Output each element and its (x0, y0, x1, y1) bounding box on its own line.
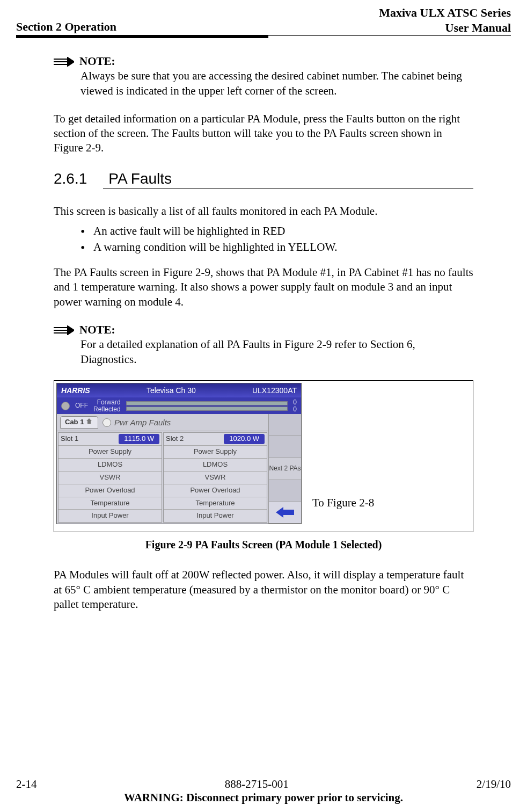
device-model: ULX12300AT (252, 386, 297, 395)
fault-row: VSWR (164, 471, 267, 484)
page-header: Section 2 Operation Maxiva ULX ATSC Seri… (16, 0, 511, 35)
side-button-next-pas[interactable]: Next 2 PAs (269, 458, 301, 480)
series-title: Maxiva ULX ATSC Series (379, 5, 511, 20)
fault-row: Temperature (164, 497, 267, 510)
slot-panel-1: Slot 1 1115.0 W Power Supply LDMOS VSWR … (58, 432, 162, 523)
page-footer: 2-14 888-2715-001 2/19/10 WARNING: Disco… (16, 778, 511, 804)
status-lamp-icon (61, 402, 70, 410)
forward-value: 0 (293, 399, 297, 406)
fault-row: LDMOS (58, 458, 162, 471)
back-arrow-icon (276, 507, 294, 518)
document-number: 888-2715-001 (225, 778, 289, 791)
doc-title-block: Maxiva ULX ATSC Series User Manual (379, 5, 511, 35)
label-forward: Forward (93, 399, 121, 406)
fault-row: Power Supply (164, 445, 267, 458)
note-arrow-icon (54, 325, 74, 335)
slot-title: Slot 1 (61, 434, 78, 444)
side-button-blank[interactable] (269, 436, 301, 458)
page-number: 2-14 (16, 778, 37, 791)
forward-bar (126, 401, 288, 405)
slot-power-value: 1115.0 W (119, 434, 159, 444)
note-label: NOTE: (79, 323, 115, 337)
figure-side-label: To Figure 2-8 (312, 496, 374, 524)
side-button-blank[interactable] (269, 414, 301, 436)
fault-row: Power Overload (58, 484, 162, 497)
device-statusbar: OFF Forward Reflected 0 0 (57, 397, 301, 414)
svg-marker-7 (68, 326, 74, 335)
paragraph-thresholds: PA Modules will fault off at 200W reflec… (54, 568, 473, 612)
note-label: NOTE: (79, 54, 115, 69)
note-block-1: NOTE: Always be sure that you are access… (54, 54, 473, 98)
reflected-bar (126, 407, 288, 411)
side-button-blank[interactable] (269, 480, 301, 502)
svg-marker-3 (68, 57, 74, 66)
vendor-logo: HARRIS (61, 386, 90, 395)
device-channel: Televisa Ch 30 (147, 386, 196, 395)
figure-container: HARRIS Televisa Ch 30 ULX12300AT OFF For… (54, 380, 473, 533)
device-screenshot: HARRIS Televisa Ch 30 ULX12300AT OFF For… (56, 383, 302, 525)
footer-warning: WARNING: Disconnect primary power prior … (16, 791, 511, 804)
fault-row: Temperature (58, 497, 162, 510)
slot-title: Slot 2 (166, 434, 184, 444)
side-button-back[interactable] (269, 502, 301, 524)
bullet-item: A warning condition will be highlighted … (80, 240, 473, 255)
status-off: OFF (75, 402, 88, 410)
screen-title: Pwr Amp Faults (103, 417, 171, 428)
subsection-title: PA Faults (108, 169, 172, 189)
refresh-icon (103, 418, 111, 427)
label-reflected: Reflected (93, 406, 121, 413)
fault-row: Input Power (58, 509, 162, 522)
reflected-value: 0 (293, 406, 297, 413)
subsection-number: 2.6.1 (54, 169, 87, 189)
slot-power-value: 1020.0 W (224, 434, 265, 444)
fault-row: VSWR (58, 471, 162, 484)
paragraph-intro: To get detailed information on a particu… (54, 112, 473, 156)
paragraph-desc: This screen is basically a list of all f… (54, 204, 473, 219)
svg-marker-9 (276, 507, 294, 518)
device-titlebar: HARRIS Televisa Ch 30 ULX12300AT (57, 383, 301, 397)
svg-marker-8 (86, 418, 92, 424)
device-sidebar: Next 2 PAs (268, 414, 301, 524)
cabinet-tab[interactable]: Cab 1 (60, 416, 98, 429)
fault-row: Power Supply (58, 445, 162, 458)
fault-row: LDMOS (164, 458, 267, 471)
document-date: 2/19/10 (477, 778, 511, 791)
device-tabrow: Cab 1 Pwr Amp Faults (57, 414, 268, 431)
note-arrow-icon (54, 57, 74, 67)
bullet-item: An active fault will be highlighted in R… (80, 224, 473, 238)
note-body: Always be sure that you are accessing th… (80, 69, 473, 98)
home-icon (86, 418, 93, 425)
fault-row: Power Overload (164, 484, 267, 497)
figure-caption: Figure 2-9 PA Faults Screen (PA Module 1… (54, 538, 473, 552)
fault-row: Input Power (164, 509, 267, 522)
bullet-list: An active fault will be highlighted in R… (80, 224, 473, 255)
note-body: For a detailed explanation of all PA Fau… (80, 337, 473, 367)
manual-title: User Manual (379, 20, 511, 35)
paragraph-example: The PA Faults screen in Figure 2-9, show… (54, 265, 473, 309)
note-block-2: NOTE: For a detailed explanation of all … (54, 323, 473, 367)
slot-panel-2: Slot 2 1020.0 W Power Supply LDMOS VSWR … (163, 432, 267, 523)
subsection-heading: 2.6.1 PA Faults (54, 169, 473, 189)
section-label: Section 2 Operation (16, 20, 116, 35)
